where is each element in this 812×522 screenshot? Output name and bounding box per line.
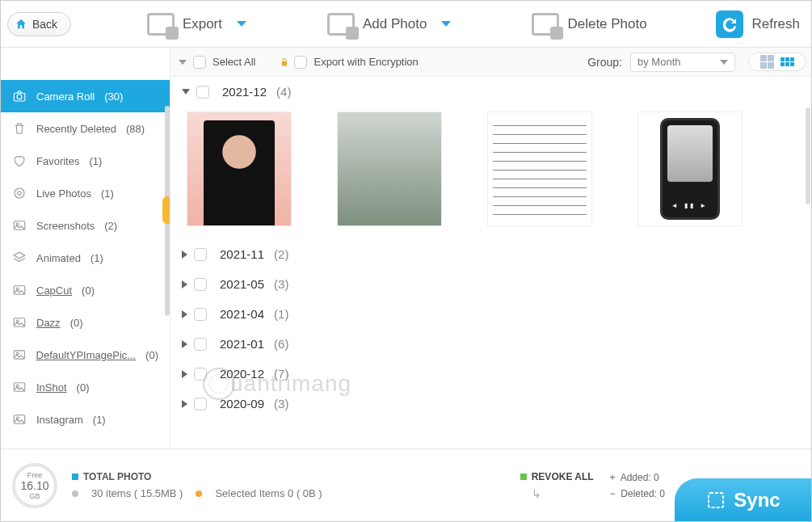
sidebar-item-favorites[interactable]: Favorites(1) — [1, 145, 170, 177]
sidebar-item-camera-roll[interactable]: Camera Roll(30) — [1, 80, 170, 112]
add-photo-icon — [327, 13, 355, 36]
sidebar-item-animated[interactable]: Animated(1) — [1, 242, 170, 274]
items-text: 30 items ( 15.5MB ) — [91, 487, 183, 499]
sidebar: Camera Roll(30)Recently Deleted(88)Favor… — [1, 48, 170, 448]
photo-thumbnail[interactable] — [637, 112, 743, 226]
sidebar-item-label: Camera Roll — [36, 91, 95, 103]
heart-icon — [12, 154, 27, 168]
delete-photo-button[interactable]: Delete Photo — [532, 13, 646, 36]
sidebar-item-count: (0) — [145, 349, 158, 361]
sidebar-item-screenshots[interactable]: Screenshots(2) — [1, 209, 170, 242]
photo-thumbnail[interactable] — [337, 112, 442, 226]
live-icon — [12, 186, 27, 200]
group-header-2021-12[interactable]: 2021-12(4) — [170, 77, 811, 107]
group-header-2021-11[interactable]: 2021-11(2) — [170, 239, 811, 269]
add-photo-label: Add Photo — [363, 16, 427, 32]
encryption-checkbox[interactable] — [294, 56, 307, 69]
sidebar-item-inshot[interactable]: InShot(0) — [1, 371, 170, 403]
group-name: 2021-11 — [220, 247, 264, 261]
export-label: Export — [183, 16, 222, 32]
view-toggle — [748, 53, 806, 71]
encryption-label: Export with Encryption — [313, 56, 418, 68]
small-grid-button[interactable] — [780, 57, 794, 66]
group-count: (4) — [276, 85, 291, 99]
group-header-2021-04[interactable]: 2021-04(1) — [170, 299, 811, 329]
photo-thumbnail[interactable] — [487, 112, 592, 226]
sidebar-item-instagram[interactable]: Instagram(1) — [1, 403, 170, 436]
group-name: 2021-05 — [220, 277, 264, 291]
storage-ring: Free 16.10 GB — [12, 463, 57, 508]
storage-free-label: Free — [27, 471, 43, 479]
lock-icon — [280, 57, 289, 68]
content-scrollbar[interactable] — [806, 107, 810, 204]
sidebar-item-label: InShot — [36, 381, 67, 394]
sidebar-item-count: (2) — [104, 220, 117, 232]
content-area: 2021-12(4)2021-11(2)2021-05(3)2021-04(1)… — [170, 77, 811, 448]
select-all-label: Select All — [212, 56, 255, 68]
refresh-button[interactable]: Refresh — [716, 11, 800, 38]
sidebar-item-count: (0) — [82, 284, 95, 297]
image-icon — [12, 380, 27, 394]
disclosure-triangle-icon — [182, 280, 187, 288]
photo-thumbnail[interactable] — [187, 112, 292, 226]
group-checkbox[interactable] — [194, 308, 207, 321]
top-toolbar: Back Export Add Photo Delete Photo Refre… — [1, 1, 811, 48]
chevron-down-icon[interactable] — [441, 21, 451, 27]
export-button[interactable]: Export — [147, 13, 246, 36]
sync-button[interactable]: Sync — [675, 478, 812, 522]
group-header-2021-05[interactable]: 2021-05(3) — [170, 269, 811, 299]
dot-icon — [72, 474, 78, 480]
group-checkbox[interactable] — [194, 338, 207, 351]
sidebar-item-recently-deleted[interactable]: Recently Deleted(88) — [1, 112, 170, 145]
delete-photo-icon — [532, 13, 559, 36]
sidebar-item-label: Animated — [36, 252, 81, 264]
group-header-2021-01[interactable]: 2021-01(6) — [170, 329, 811, 359]
chevron-down-icon — [720, 60, 728, 65]
sync-label: Sync — [734, 489, 780, 511]
plus-icon: + — [610, 472, 616, 483]
group-checkbox[interactable] — [194, 398, 207, 410]
group-select[interactable]: by Month — [630, 53, 735, 72]
group-checkbox[interactable] — [194, 248, 207, 261]
group-count: (2) — [274, 247, 288, 261]
group-checkbox[interactable] — [194, 368, 207, 381]
group-name: 2021-04 — [220, 307, 264, 321]
added-text: Added: 0 — [621, 472, 659, 483]
sidebar-item-capcut[interactable]: CapCut(0) — [1, 274, 170, 306]
group-name: 2021-01 — [220, 337, 264, 351]
back-button[interactable]: Back — [7, 12, 71, 36]
sidebar-scrollbar[interactable] — [165, 106, 170, 316]
revoke-all-label[interactable]: REVOKE ALL — [532, 471, 594, 482]
back-label: Back — [32, 18, 57, 31]
disclosure-triangle-icon — [182, 250, 187, 259]
group-name: 2020-12 — [220, 367, 264, 381]
sidebar-item-defaultypimagepic-[interactable]: DefaultYPImagePic...(0) — [1, 339, 170, 371]
chevron-down-icon[interactable] — [237, 21, 246, 27]
svg-point-5 — [15, 188, 24, 198]
sidebar-item-label: Favorites — [36, 155, 79, 167]
add-photo-button[interactable]: Add Photo — [327, 13, 451, 36]
dot-icon — [196, 490, 202, 497]
delete-photo-label: Delete Photo — [567, 16, 646, 32]
group-count: (6) — [274, 337, 288, 351]
select-all-checkbox[interactable] — [193, 56, 206, 69]
group-header-2020-09[interactable]: 2020-09(3) — [170, 389, 811, 419]
group-checkbox[interactable] — [194, 278, 207, 291]
sidebar-item-label: Dazz — [36, 317, 61, 329]
group-label: Group: — [587, 56, 622, 69]
dot-icon — [72, 490, 78, 497]
sidebar-item-count: (0) — [77, 381, 90, 394]
sidebar-item-count: (1) — [90, 252, 103, 264]
sidebar-item-count: (30) — [104, 91, 123, 103]
group-checkbox[interactable] — [196, 86, 209, 99]
group-header-2020-12[interactable]: 2020-12(7) — [170, 359, 811, 389]
image-icon — [12, 283, 27, 297]
sidebar-item-live-photos[interactable]: Live Photos(1) — [1, 177, 170, 209]
image-icon — [12, 347, 27, 362]
large-grid-button[interactable] — [760, 55, 774, 69]
chevron-down-icon[interactable] — [179, 60, 187, 65]
arrow-icon: ↳ — [532, 487, 594, 500]
home-icon — [15, 18, 27, 31]
footer-stats: TOTAL PHOTO 30 items ( 15.5MB ) Selected… — [72, 471, 322, 499]
sidebar-item-dazz[interactable]: Dazz(0) — [1, 306, 170, 339]
